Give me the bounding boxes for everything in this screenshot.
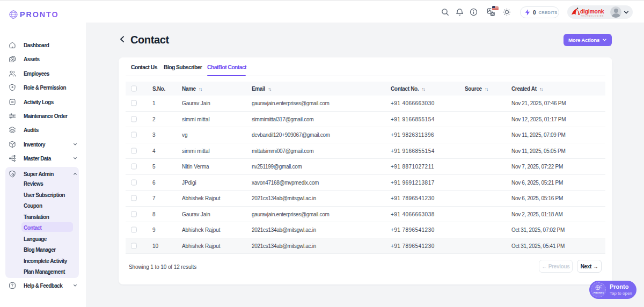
svg-text:TECHNOLOGIES: TECHNOLOGIES <box>581 15 604 17</box>
svg-text:digimonk: digimonk <box>580 8 604 14</box>
